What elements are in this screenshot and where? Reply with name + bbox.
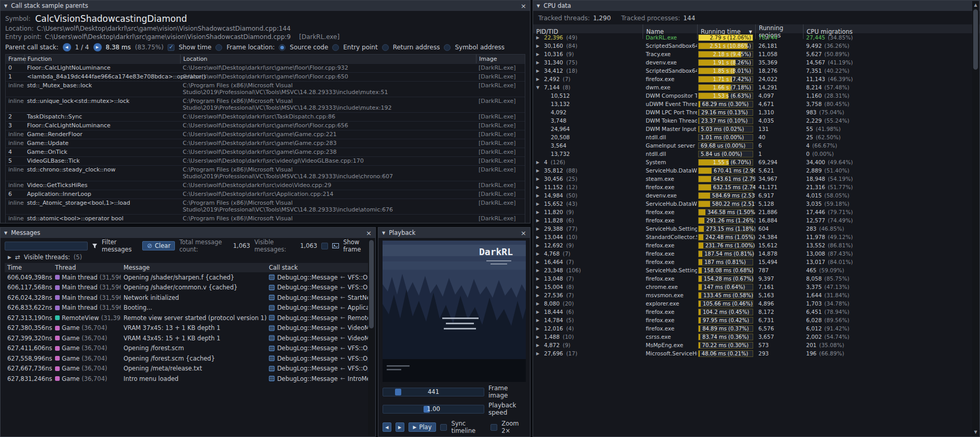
expand-icon[interactable]: ▶: [536, 285, 541, 289]
expand-icon[interactable]: ▶: [536, 351, 541, 356]
expand-icon[interactable]: ▶: [536, 60, 541, 65]
cpu-data-row[interactable]: ▶4(126)System1.55 s (6.70%)69,29434,400(…: [533, 158, 979, 166]
callstack-icon[interactable]: [269, 325, 275, 331]
cpu-data-row[interactable]: 24,964DWM Master Input Threa5.03 ms (0.0…: [533, 125, 979, 133]
next-frame-button[interactable]: ▶: [396, 422, 404, 432]
column-header-frame[interactable]: Frame: [6, 55, 24, 63]
cpu-data-row[interactable]: ▶4,872(9)MsMpEng.exe70.22 ms (0.30%)5732…: [533, 341, 979, 349]
close-icon[interactable]: ×: [521, 3, 526, 9]
cpu-data-row[interactable]: 3,564GameInput server69.68 us (0.00%)64(…: [533, 141, 979, 150]
expand-icon[interactable]: ▶: [536, 335, 541, 339]
cpu-data-row[interactable]: ▶2,492(7)firefox.exe1.71 s (7.42%)24,022…: [533, 75, 979, 83]
cpu-data-row[interactable]: ▶14,784(5)firefox.exe97.95 ms (0.42%)6,7…: [533, 316, 979, 324]
expand-icon[interactable]: ▶: [536, 251, 541, 256]
collapse-icon[interactable]: ▼: [4, 231, 7, 235]
message-row[interactable]: 606,049,398nsMain thread(31,596)Opening …: [5, 272, 371, 283]
callstack-icon[interactable]: [269, 305, 275, 311]
expand-icon[interactable]: ▶: [536, 343, 541, 348]
callstack-frame-row[interactable]: 3Floor::CalcLightNoLuminanceC:\Users\wol…: [6, 121, 525, 130]
collapse-icon[interactable]: ▼: [537, 4, 540, 8]
expand-icon[interactable]: ▶: [536, 185, 541, 190]
column-header-function[interactable]: Function: [24, 55, 180, 63]
cpu-data-row[interactable]: ▶16,464(7)firefox.exe187 ms (0.81%)15,49…: [533, 258, 979, 266]
message-row[interactable]: 627,399,320nsGame(36,704)VRAM 43x45: 15 …: [5, 333, 371, 343]
cpu-data-row[interactable]: 4,092DWM LPC Port Thread29.16 ms (0.13%)…: [533, 108, 979, 116]
expand-icon[interactable]: ▶: [536, 193, 541, 198]
callstack-frame-row[interactable]: inlinestd::_Mutex_base::lockC:\Program F…: [6, 81, 525, 97]
callstack-icon[interactable]: [269, 346, 275, 351]
expand-icon[interactable]: ▶: [536, 310, 541, 314]
radio-return-address[interactable]: [382, 44, 389, 51]
cpu-data-row[interactable]: ▶8,080(20)explorer.exe105.66 ms (0.46%)4…: [533, 299, 979, 308]
expand-icon[interactable]: ▶: [536, 326, 541, 331]
collapse-icon[interactable]: ▼: [536, 85, 541, 90]
callstack-frame-row[interactable]: 5VideoGLBase::TickC:\Users\wolf\Desktop\…: [6, 156, 525, 165]
column-header-message[interactable]: Message: [121, 264, 266, 271]
expand-icon[interactable]: ▶: [536, 268, 541, 273]
expand-icon[interactable]: ▶: [536, 260, 541, 264]
callstack-frame-row[interactable]: inlineGame::UpdateC:\Users\wolf\Desktop\…: [6, 139, 525, 148]
callstack-frame-row[interactable]: inlinestd::unique_lock<std::mutex>::lock…: [6, 97, 525, 112]
cpu-data-row[interactable]: 20,508ntdll.dll1.01 ms (0.00%)4025(62.50…: [533, 133, 979, 141]
collapse-icon[interactable]: ▼: [382, 231, 385, 235]
expand-icon[interactable]: ▶: [536, 227, 541, 231]
show-frame-checkbox[interactable]: [321, 243, 328, 249]
expand-icon[interactable]: ▶: [536, 202, 541, 206]
callstack-icon[interactable]: [269, 376, 275, 381]
cpu-data-row[interactable]: ▶27,536(7)msvsmon.exe133.45 ms (0.58%)5,…: [533, 291, 979, 299]
playback-speed-slider[interactable]: 1.00: [383, 405, 484, 414]
expand-icon[interactable]: ▶: [536, 52, 541, 57]
play-button[interactable]: ▶Play: [409, 422, 437, 432]
column-header-thread[interactable]: Thread: [52, 264, 121, 271]
callstack-frame-row[interactable]: inlineGame::RenderFloorC:\Users\wolf\Des…: [6, 130, 525, 139]
message-row[interactable]: 627,411,606nsGame(36,704)Opening /forest…: [5, 343, 371, 354]
message-row[interactable]: 627,667,736nsGame(36,704)Opening /meta/r…: [5, 364, 371, 374]
callstack-frame-row[interactable]: inlinestd::chrono::steady_clock::nowC:\P…: [6, 165, 525, 181]
expand-icon[interactable]: ▶: [536, 301, 541, 306]
expand-icon[interactable]: ▶: [536, 35, 541, 40]
expand-icon[interactable]: ▶: [536, 276, 541, 281]
cpu-data-row[interactable]: ▶13,048(7)firefox.exe154.28 ms (0.67%)9,…: [533, 274, 979, 283]
callstack-frame-row[interactable]: 0Floor::CalcLightNoLuminanceC:\Users\wol…: [6, 63, 525, 72]
cpu-data-row[interactable]: ▶1,488(10)csrss.exe83.74 ms (0.36%)3,657…: [533, 333, 979, 341]
radio-source-code[interactable]: [279, 44, 285, 51]
cpu-data-row[interactable]: ▶22,396(49)DarkRL.exe2.79 s (12.06%)78,7…: [533, 33, 979, 42]
expand-icon[interactable]: ▶: [536, 168, 541, 173]
show-time-checkbox[interactable]: [168, 44, 174, 51]
cpu-data-row[interactable]: ▶34,412(18)ScriptedSandbox64.exe1.85 s (…: [533, 67, 979, 75]
message-row[interactable]: 626,833,622nsMain thread(31,596)Booting.…: [5, 303, 371, 313]
scroll-down-icon[interactable]: ▼: [972, 430, 979, 434]
prev-parent-button[interactable]: ◀: [63, 43, 71, 51]
callstack-icon[interactable]: [269, 355, 275, 361]
message-row[interactable]: 606,117,568nsMain thread(31,596)Opening …: [5, 283, 371, 293]
cpu-data-row[interactable]: ▶18,444(6)firefox.exe104.2 ms (0.45%)8,1…: [533, 308, 979, 316]
cpu-data-row[interactable]: ▶35,812(88)ServiceHub.DataWarehou670.41 …: [533, 166, 979, 175]
expand-icon[interactable]: ▶: [536, 218, 541, 223]
cpu-data-row[interactable]: 13,732ntdll.dll5.84 us (0.00%)10(0.00%): [533, 150, 979, 158]
visible-threads-row[interactable]: ▶ ⇄ Visible threads: (5): [5, 253, 371, 262]
cpu-data-row[interactable]: ▶23,348(106)ServiceHub.SettingsHost158.0…: [533, 266, 979, 274]
callstack-frame-row[interactable]: 4Game::OnTickC:\Users\wolf\Desktop\darkr…: [6, 148, 525, 156]
expand-icon[interactable]: ▶: [536, 293, 541, 298]
callstack-frame-row[interactable]: 2TaskDispatch::SyncC:\Users\wolf\Desktop…: [6, 112, 525, 121]
cpu-data-row[interactable]: 10,512DWM Compositor Threa1.53 s (6.63%)…: [533, 91, 979, 100]
clear-button[interactable]: ⊘Clear: [142, 241, 175, 250]
expand-icon[interactable]: ▶: [536, 235, 541, 240]
radio-entry-point[interactable]: [332, 44, 339, 51]
callstack-frame-row[interactable]: 6Application::InnerLoopC:\Users\wolf\Des…: [6, 190, 525, 198]
prev-frame-button[interactable]: ◀: [383, 422, 391, 432]
cpu-data-row[interactable]: ▶27,696(17)Microsoft.ServiceHub.Co48.06 …: [533, 349, 979, 357]
cpu-data-row[interactable]: ▶12,016(4)firefox.exe84.89 ms (0.37%)6,5…: [533, 324, 979, 333]
message-row[interactable]: 627,558,996nsGame(36,704)Opening /forest…: [5, 353, 371, 364]
expand-icon[interactable]: ▶: [536, 243, 541, 248]
cpu-data-row[interactable]: ▶29,388(77)ServiceHub.SettingsHost273.15…: [533, 224, 979, 233]
collapse-icon[interactable]: ▼: [4, 4, 7, 8]
zoom-2x-checkbox[interactable]: [491, 424, 497, 431]
next-parent-button[interactable]: ▶: [93, 43, 102, 51]
column-header-image[interactable]: Image: [476, 55, 525, 63]
cpu-data-row[interactable]: ▶13,044(10)StandardCollector.Servic242.4…: [533, 233, 979, 241]
cpu-scrollbar[interactable]: ▲ ▼: [972, 1, 979, 436]
cpu-data-row[interactable]: ▶4,768(7)firefox.exe187.54 ms (0.81%)14,…: [533, 249, 979, 258]
cpu-data-row[interactable]: ▶11,152(12)firefox.exe632.15 ms (2.74%)4…: [533, 183, 979, 191]
cpu-data-row[interactable]: ▶31,340(75)devenv.exe1.91 s (8.26%)35,36…: [533, 58, 979, 67]
